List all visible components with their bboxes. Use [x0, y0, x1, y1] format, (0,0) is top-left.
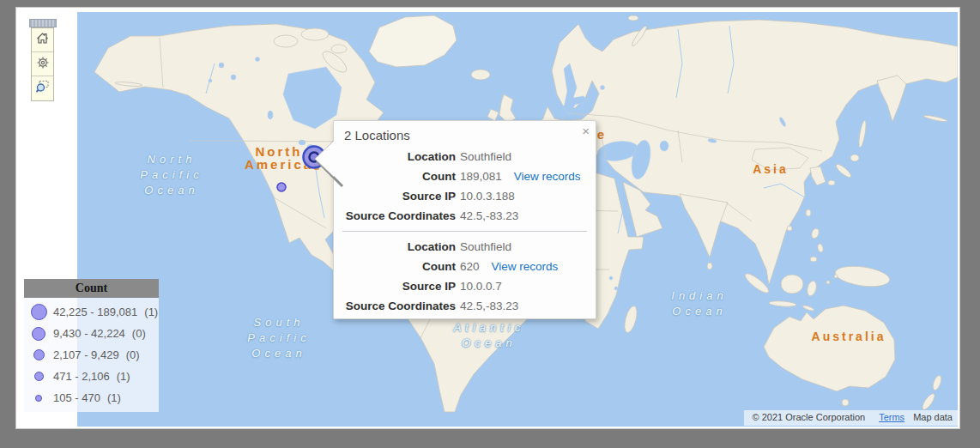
popup-record: Location Southfield Count 620 View recor… — [334, 235, 596, 318]
settings-button[interactable] — [32, 52, 53, 76]
map-attribution: © 2021 Oracle CorporationTermsMap data — [744, 410, 958, 426]
zoom-to-area-button[interactable] — [32, 76, 53, 100]
field-value: 10.0.3.188 — [460, 186, 515, 206]
legend-bubble-icon — [33, 349, 45, 360]
marquee-zoom-icon — [35, 80, 50, 97]
legend-item: 471 - 2,106 (1) — [24, 366, 159, 387]
legend-bubble-icon — [35, 395, 42, 402]
legend-item: 9,430 - 42,224 (0) — [24, 323, 159, 344]
legend-item: 2,107 - 9,429 (0) — [24, 344, 159, 366]
field-label: Location — [334, 237, 456, 257]
field-label: Source Coordinates — [334, 206, 456, 226]
field-label: Source IP — [334, 186, 456, 206]
home-icon — [35, 32, 50, 49]
field-label: Source Coordinates — [334, 296, 456, 316]
legend-item: 42,225 - 189,081 (1) — [24, 301, 159, 323]
field-label: Location — [334, 147, 456, 166]
marker-southfield-selected[interactable] — [310, 153, 319, 162]
marker-small-count[interactable] — [277, 183, 286, 191]
record-divider — [342, 231, 587, 232]
legend-bubble-icon — [34, 372, 44, 381]
field-value: 42.5,-83.23 — [460, 206, 518, 226]
popup-title: 2 Locations — [344, 128, 585, 142]
legend-bubble-icon — [32, 327, 45, 341]
field-value: Southfield — [460, 237, 511, 257]
view-records-link[interactable]: View records — [492, 257, 559, 276]
popup-record: Location Southfield Count 189,081 View r… — [334, 145, 596, 227]
field-value: Southfield — [460, 147, 511, 166]
field-label: Source IP — [334, 276, 456, 296]
close-icon[interactable]: × — [582, 124, 590, 137]
legend-panel: Count 42,225 - 189,081 (1) 9,430 - 42,22… — [24, 279, 159, 412]
field-label: Count — [334, 166, 456, 186]
field-value: 620 — [460, 257, 480, 276]
gear-icon — [36, 56, 50, 73]
map-data-text: Map data — [913, 412, 953, 422]
legend-title: Count — [24, 279, 159, 298]
legend-bubble-icon — [31, 304, 47, 320]
legend-body: 42,225 - 189,081 (1) 9,430 - 42,224 (0) … — [24, 298, 159, 412]
legend-item: 105 - 470 (1) — [24, 387, 159, 409]
field-value: 42.5,-83.23 — [460, 296, 518, 316]
toolbar-drag-handle[interactable] — [29, 19, 57, 27]
map-toolbar — [31, 27, 54, 101]
map-viewer-window: { "toolbar": { "buttons": [ {"icon": "ho… — [0, 0, 980, 448]
map-panel: North Pacific Ocean South Pacific Ocean … — [15, 7, 960, 429]
field-value: 189,081 — [460, 166, 502, 186]
copyright-text: © 2021 Oracle Corporation — [753, 412, 866, 422]
home-button[interactable] — [32, 28, 53, 52]
view-records-link[interactable]: View records — [514, 166, 581, 186]
field-value: 10.0.0.7 — [460, 276, 502, 296]
info-popup: 2 Locations × Location Southfield Count … — [333, 120, 596, 319]
terms-link[interactable]: Terms — [879, 412, 904, 422]
field-label: Count — [334, 257, 456, 276]
